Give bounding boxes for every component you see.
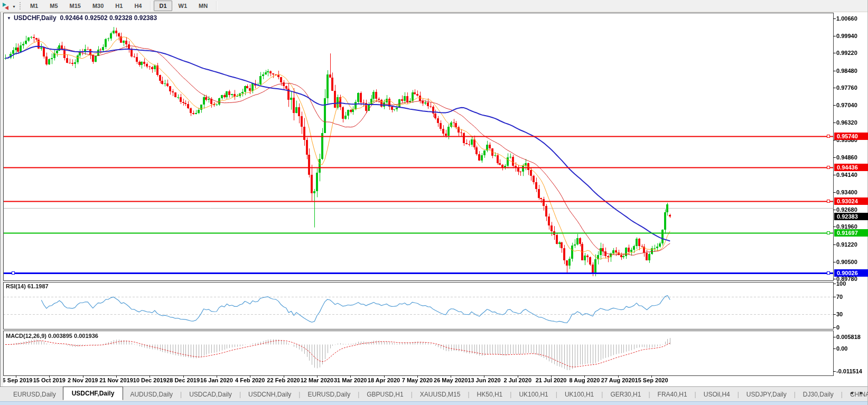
macd-axis-label: -0.011514	[836, 368, 862, 374]
price-axis-label: 0.90500	[836, 259, 857, 265]
price-axis-label: 0.98480	[836, 68, 857, 74]
date-axis-label: 22 Feb 2020	[267, 377, 300, 383]
macd-axis-label: 0.00	[836, 345, 847, 352]
chart-tab-eurusd-daily[interactable]: EURUSD,Daily	[301, 389, 357, 400]
price-axis-label: 0.99220	[836, 50, 857, 56]
price-axis-label: 0.92680	[836, 206, 857, 213]
timeframe-button-m1[interactable]: M1	[25, 1, 43, 11]
rsi-indicator-label: RSI(14) 61.1987	[6, 283, 49, 289]
timeframe-button-m15[interactable]: M15	[64, 1, 86, 11]
date-axis-label: 21 Jul 2020	[536, 377, 567, 383]
tab-scroll-right-icon[interactable]: ►	[859, 390, 864, 395]
date-axis-label: 26 May 2020	[434, 377, 468, 383]
date-axis-label: 12 Mar 2020	[301, 377, 333, 383]
ohlc-values: 0.92464 0.92502 0.92328 0.92383	[60, 14, 157, 22]
timeframe-toolbar: ▼ M1M5M15M30H1H4D1W1MN	[0, 0, 867, 12]
price-axis-label: 0.91220	[836, 241, 857, 248]
chart-tab-eurusd-daily[interactable]: EURUSD,Daily	[6, 389, 63, 400]
date-axis-label: 13 Jun 2020	[468, 377, 500, 383]
timeframe-buttons: M1M5M15M30H1H4D1W1MN	[24, 1, 219, 11]
price-axis-label: 0.99940	[836, 33, 857, 39]
timeframe-button-mn[interactable]: MN	[193, 1, 213, 11]
timeframe-button-w1[interactable]: W1	[173, 1, 193, 11]
rsi-axis-label: 30	[836, 311, 843, 317]
current-price-tag: 0.92383	[834, 213, 868, 220]
date-axis-label: 15 Sep 2020	[635, 377, 668, 383]
chart-tab-usdcad-daily[interactable]: USDCAD,Daily	[182, 389, 239, 400]
timeframe-button-h1[interactable]: H1	[110, 1, 128, 11]
price-axis-label: 1.00660	[836, 15, 857, 22]
date-axis-label: 31 Mar 2020	[334, 377, 367, 383]
symbol-period-label: USDCHF,Daily	[14, 14, 57, 22]
chart-tab-usdchf-daily[interactable]: USDCHF,Daily	[63, 387, 124, 400]
chart-title: ▼USDCHF,Daily0.92464 0.92502 0.92328 0.9…	[7, 14, 157, 22]
chart-tab-audusd-daily[interactable]: AUDUSD,Daily	[123, 389, 180, 400]
date-axis-label: 16 Jan 2020	[200, 377, 233, 383]
price-axis-label: 0.96320	[836, 119, 857, 126]
timeframe-button-h4[interactable]: H4	[129, 1, 147, 11]
rsi-axis-label: 70	[836, 294, 843, 300]
price-axis-label: 0.93400	[836, 189, 857, 195]
price-line-tag: 0.91697	[834, 229, 868, 237]
date-axis-label: 8 Aug 2020	[570, 377, 600, 383]
chart-tab-dj30-daily[interactable]: DJ30,Daily	[796, 389, 841, 400]
chart-tab-usdjpy-daily[interactable]: USDJPY,Daily	[740, 389, 794, 400]
toolbar-separator	[216, 1, 217, 11]
macd-indicator-label: MACD(12,26,9) 0.003895 0.001936	[6, 333, 98, 339]
chart-tab-hk50-h1[interactable]: HK50,H1	[470, 389, 510, 400]
price-axis-label: 0.94860	[836, 154, 857, 161]
rsi-axis-label: 0	[836, 324, 839, 331]
chart-tabs-bar: EURUSD,DailyUSDCHF,DailyAUDUSD,Daily|USD…	[0, 387, 867, 401]
tab-scroll-arrows: ◄ ►	[849, 390, 864, 395]
mt4-window: ▼ M1M5M15M30H1H4D1W1MN ▼USDCHF,Daily0.92…	[0, 0, 868, 405]
timeframe-button-d1[interactable]: D1	[154, 1, 172, 11]
price-line-tag: 0.94436	[834, 164, 868, 171]
chart-tab-uk100-h1[interactable]: UK100,H1	[512, 389, 555, 400]
rsi-axis-label: 100	[836, 280, 846, 287]
chart-tab-usdcnh-daily[interactable]: USDCNH,Daily	[241, 389, 298, 400]
date-axis-label: 26 Sep 2019	[0, 377, 33, 383]
price-axis-label: 0.97760	[836, 84, 857, 91]
chart-shift-icon[interactable]	[2, 2, 11, 10]
price-axis-label: 0.94140	[836, 172, 857, 178]
price-line-tag: 0.90026	[834, 269, 868, 277]
date-axis-label: 18 Apr 2020	[368, 377, 400, 383]
price-line-tag: 0.93024	[834, 197, 868, 205]
timeframe-button-m5[interactable]: M5	[44, 1, 63, 11]
red-arrow-icon	[5, 6, 8, 10]
date-axis-label: 27 Aug 2020	[601, 377, 635, 383]
toolbar-grip[interactable]	[20, 2, 21, 10]
date-axis-label: 2 Nov 2019	[68, 377, 98, 383]
date-axis-label: 10 Dec 2019	[133, 377, 166, 383]
window-left-edge	[0, 12, 3, 387]
date-axis-label: 2 Jul 2020	[504, 377, 532, 383]
date-axis-label: 21 Nov 2019	[99, 377, 133, 383]
tab-scroll-left-icon[interactable]: ◄	[849, 390, 854, 395]
date-axis-label: 28 Dec 2019	[166, 377, 200, 383]
date-axis-label: 15 Oct 2019	[33, 377, 66, 383]
status-strip	[0, 401, 867, 405]
price-line-tag: 0.95740	[834, 133, 868, 140]
chart-tab-gbpusd-h1[interactable]: GBPUSD,H1	[360, 389, 410, 400]
toolbar-separator	[150, 1, 151, 11]
date-axis-label: 4 Feb 2020	[235, 377, 265, 383]
price-axis-label: 0.97040	[836, 102, 857, 108]
chart-tab-xauusd-m15[interactable]: XAUUSD,M15	[413, 389, 468, 400]
chart-tab-uk100-h1[interactable]: UK100,H1	[558, 389, 601, 400]
macd-axis-label: 0.005818	[836, 334, 861, 340]
timeframe-button-m30[interactable]: M30	[87, 1, 109, 11]
price-chart-canvas[interactable]	[0, 0, 868, 405]
chevron-down-icon[interactable]: ▼	[12, 5, 16, 8]
chart-tab-usoil-h4[interactable]: USOil,H4	[697, 389, 737, 400]
collapse-triangle-icon[interactable]: ▼	[7, 16, 11, 21]
chart-tab-ger30-h1[interactable]: GER30,H1	[603, 389, 648, 400]
chart-tab-fra40-h1[interactable]: FRA40,H1	[651, 389, 694, 400]
date-axis-label: 7 May 2020	[402, 377, 433, 383]
